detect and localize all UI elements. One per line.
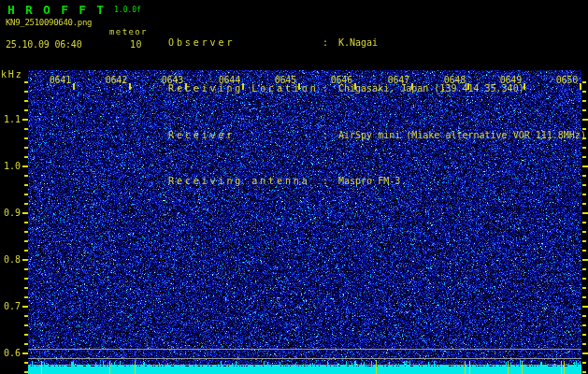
output-filename: KN9_2510090640.png (6, 18, 92, 27)
time-tick-label: 0641 (39, 75, 71, 85)
station-row-observer: Observer:K.Nagai (168, 37, 588, 48)
station-row-separator: : (323, 176, 332, 186)
station-row-label: Observer (168, 37, 323, 48)
time-tick-label: 0643 (151, 75, 183, 85)
app-version: 1.0.0f (114, 6, 141, 14)
meteor-count-label: meteor (109, 27, 148, 36)
station-row-value: Maspro FM-3 (338, 176, 400, 186)
freq-axis-unit-label: kHz (1, 69, 22, 79)
station-row-receiver: Receiver:AirSpy mini (Miake alternative … (168, 130, 588, 140)
freq-tick-label: 1.1 (0, 114, 21, 124)
freq-tick-label: 0.7 (0, 301, 21, 311)
time-tick-label: 0646 (321, 75, 352, 85)
time-tick-label: 0649 (490, 75, 522, 85)
station-row-separator: : (323, 37, 332, 48)
freq-tick-label: 0.9 (0, 208, 21, 218)
station-row-label: Receiving Location (168, 83, 323, 94)
freq-tick-label: 0.6 (0, 348, 21, 358)
time-tick-label: 0644 (208, 75, 240, 85)
meteor-count-value: 10 (130, 39, 142, 50)
time-tick-label: 0647 (378, 75, 409, 85)
hrofft-window: H R O F F T 1.0.0f KN9_2510090640.png me… (0, 0, 588, 374)
station-row-value: K.Nagai (338, 37, 378, 48)
freq-tick-label: 1.0 (0, 161, 21, 171)
time-tick-label: 0648 (434, 75, 466, 85)
station-row-separator: : (323, 130, 332, 140)
station-row-label: Receiving antenna (168, 176, 323, 186)
station-row-antenna: Receiving antenna:Maspro FM-3 (168, 176, 588, 186)
station-row-label: Receiver (168, 130, 323, 140)
app-title: H R O F F T (7, 3, 106, 17)
time-tick-label: 0645 (265, 75, 296, 85)
capture-datetime: 25.10.09 06:40 (6, 39, 82, 50)
station-row-value: AirSpy mini (Miake alternative VOR 111.8… (338, 130, 586, 140)
time-tick-label: 0650 (546, 75, 578, 85)
station-info-block: Observer:K.Nagai Receiving Location:Chig… (168, 2, 588, 222)
freq-tick-label: 0.8 (0, 254, 21, 265)
time-tick-label: 0642 (95, 75, 127, 85)
